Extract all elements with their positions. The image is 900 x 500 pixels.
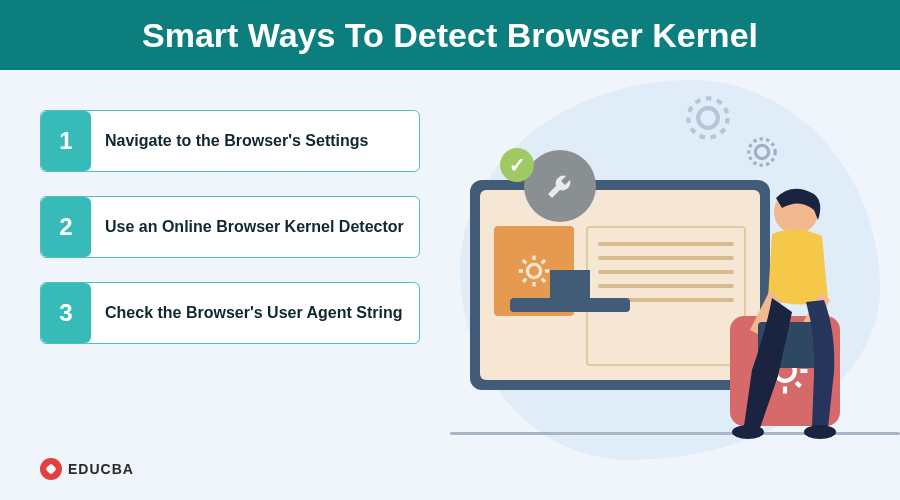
gear-icon [680, 90, 736, 146]
svg-point-0 [698, 108, 718, 128]
step-label: Check the Browser's User Agent String [91, 283, 419, 343]
monitor-stand [550, 270, 590, 300]
svg-point-3 [749, 139, 775, 165]
line [598, 270, 734, 274]
list-item: 2 Use an Online Browser Kernel Detector [40, 196, 420, 258]
illustration: ✓ [420, 60, 880, 480]
line [598, 256, 734, 260]
step-label: Use an Online Browser Kernel Detector [91, 197, 419, 257]
step-label: Navigate to the Browser's Settings [91, 111, 419, 171]
brand-name: EDUCBA [68, 461, 134, 477]
step-number: 3 [41, 283, 91, 343]
svg-point-9 [804, 425, 836, 439]
person-illustration [720, 180, 890, 440]
page-title: Smart Ways To Detect Browser Kernel [142, 16, 758, 55]
steps-list: 1 Navigate to the Browser's Settings 2 U… [40, 110, 420, 344]
step-number: 1 [41, 111, 91, 171]
svg-point-1 [688, 98, 727, 137]
line [598, 242, 734, 246]
list-item: 3 Check the Browser's User Agent String [40, 282, 420, 344]
logo-icon [40, 458, 62, 480]
list-item: 1 Navigate to the Browser's Settings [40, 110, 420, 172]
monitor-screen [480, 190, 760, 380]
svg-point-8 [732, 425, 764, 439]
monitor-base [510, 298, 630, 312]
gear-icon [740, 130, 784, 174]
check-icon: ✓ [500, 148, 534, 182]
step-number: 2 [41, 197, 91, 257]
svg-point-4 [527, 264, 540, 277]
svg-point-2 [755, 145, 768, 158]
line [598, 284, 734, 288]
wrench-icon [524, 150, 596, 222]
brand-footer: EDUCBA [40, 458, 134, 480]
content-area: 1 Navigate to the Browser's Settings 2 U… [0, 70, 900, 500]
